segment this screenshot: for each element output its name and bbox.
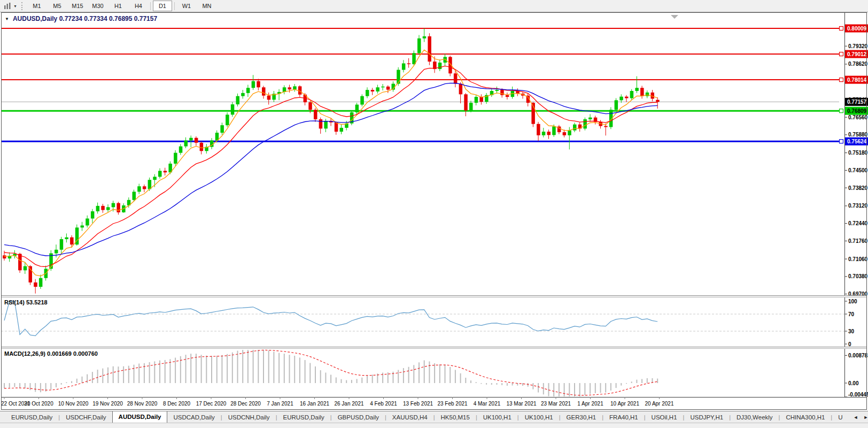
macd-bar [4, 383, 5, 388]
candle-body-down [479, 97, 483, 102]
macd-bar [25, 383, 26, 388]
chart-tab-dj30-weekly[interactable]: DJ30,Weekly [731, 412, 779, 423]
chart-tool-icon[interactable] [3, 2, 12, 10]
candle-body-up [252, 81, 255, 88]
macd-bar [82, 377, 83, 383]
timeframe-button-h4[interactable]: H4 [129, 1, 148, 11]
price-tick-label: 0.74500 [848, 167, 868, 173]
timeframe-buttons: M1M5M15M30H1H4D1W1MN [27, 1, 217, 11]
chart-tab-usdcad-daily[interactable]: USDCAD,Daily [167, 412, 220, 423]
timeframe-button-h1[interactable]: H1 [108, 1, 128, 11]
tabs-scroll-left-icon[interactable]: ◄ [854, 415, 858, 420]
candle-body-up [231, 104, 235, 114]
rsi-tick-label: 100 [848, 299, 857, 304]
macd-bar [590, 383, 591, 394]
time-tick-label: 28 Dec 2020 [230, 401, 261, 407]
chevron-down-icon[interactable]: ▼ [13, 4, 17, 8]
candle-body-up [179, 147, 183, 153]
chart-tab-gbpusd-daily[interactable]: GBPUSD,Daily [332, 412, 385, 423]
candle-body-up [55, 250, 58, 254]
candle-body-up [174, 153, 177, 164]
candle-body-up [568, 131, 571, 135]
macd-bar [538, 383, 539, 393]
macd-bar [584, 383, 585, 395]
macd-bar [636, 380, 637, 383]
time-tick-label: 16 Jan 2021 [300, 401, 329, 407]
price-tick-label: 0.70380 [848, 273, 868, 279]
macd-bar [19, 383, 20, 388]
time-tick-label: 13 Feb 2021 [403, 401, 433, 407]
macd-bar [258, 350, 259, 383]
chart-background [1, 12, 867, 410]
timeframe-button-w1[interactable]: W1 [177, 1, 196, 11]
chart-tab-audusd-daily[interactable]: AUDUSD,Daily [112, 411, 168, 423]
price-chart-canvas[interactable]: 0.793200.786200.779400.772400.765600.758… [0, 12, 868, 411]
chart-tab-uk100-h1[interactable]: UK100,H1 [477, 412, 517, 423]
candle-body-down [464, 94, 468, 110]
chart-tab-usdjpy-h1[interactable]: USDJPY,H1 [684, 412, 729, 423]
candle-body-down [195, 138, 198, 143]
chart-tab-usoil-h1[interactable]: USOil,H1 [646, 412, 683, 423]
macd-bar [35, 383, 36, 392]
macd-bar [522, 383, 523, 386]
chart-tab-uk100-h1[interactable]: UK100,H1 [519, 412, 559, 423]
timeframe-button-d1[interactable]: D1 [153, 1, 172, 11]
toolbar-separator [150, 2, 151, 10]
price-tick-label: 0.72440 [848, 220, 868, 226]
candle-body-up [220, 125, 224, 133]
chart-tab-fra40-h1[interactable]: FRA40,H1 [603, 412, 644, 423]
timeframe-button-m15[interactable]: M15 [68, 1, 87, 11]
price-tick-label: 0.78620 [848, 61, 868, 67]
chart-tab-china300-h1[interactable]: CHINA300,H1 [780, 412, 831, 423]
chart-tab-eurusd-daily[interactable]: EURUSD,Daily [5, 412, 58, 423]
macd-bar [657, 379, 658, 383]
hline-marker [840, 78, 843, 82]
price-tick-label: 0.71760 [848, 238, 868, 244]
macd-bar [113, 366, 114, 383]
time-tick-label: 4 Mar 2021 [474, 401, 501, 407]
macd-bar [424, 360, 425, 383]
timeframe-button-m30[interactable]: M30 [88, 1, 107, 11]
chart-tab-eurusd-daily[interactable]: EURUSD,Daily [277, 412, 330, 423]
candle-body-up [615, 100, 618, 110]
time-tick-label: 7 Jan 2021 [267, 401, 293, 407]
candle-body-up [588, 118, 592, 119]
candle-body-down [267, 96, 271, 100]
candle-body-down [314, 110, 317, 119]
timeframe-button-m5[interactable]: M5 [48, 1, 67, 11]
macd-bar [564, 383, 565, 396]
chart-tab-u[interactable]: U [832, 412, 848, 423]
chart-tab-hk50-m15[interactable]: HK50,M15 [435, 412, 476, 423]
chart-tab-xauusd-h4[interactable]: XAUUSD,H4 [386, 412, 433, 423]
rsi-tick-label: 0 [848, 341, 851, 347]
candle-body-down [386, 87, 390, 90]
hline-marker [840, 27, 843, 30]
candle-body-down [506, 95, 509, 97]
timeframe-button-m1[interactable]: M1 [27, 1, 46, 11]
time-tick-label: 4 Feb 2021 [370, 401, 397, 407]
chart-tab-ger30-h1[interactable]: GER30,H1 [561, 412, 602, 423]
title-collapse-icon[interactable]: ▼ [5, 17, 9, 21]
macd-bar [616, 383, 617, 388]
candle-body-up [246, 88, 250, 93]
candle-body-down [288, 87, 292, 89]
macd-bar [449, 367, 451, 383]
candle-body-up [376, 87, 379, 91]
macd-bar [465, 378, 466, 383]
candle-body-down [625, 97, 629, 98]
macd-bar [532, 383, 533, 389]
timeframe-button-mn[interactable]: MN [197, 1, 216, 11]
chart-tab-usdchf-daily[interactable]: USDCHF,Daily [60, 412, 112, 423]
tabs-scroll-right-icon[interactable]: ► [863, 415, 868, 420]
macd-bar [221, 355, 222, 383]
macd-bar [346, 380, 347, 383]
price-badge-label: 0.75624 [847, 139, 867, 144]
macd-bar [278, 353, 280, 383]
macd-bar [476, 382, 477, 383]
chart-tab-usdcnh-daily[interactable]: USDCNH,Daily [222, 412, 276, 423]
candle-body-down [143, 186, 146, 189]
macd-bar [579, 383, 580, 396]
candle-body-up [360, 96, 364, 105]
macd-bar [336, 377, 337, 383]
macd-bar [434, 363, 435, 383]
